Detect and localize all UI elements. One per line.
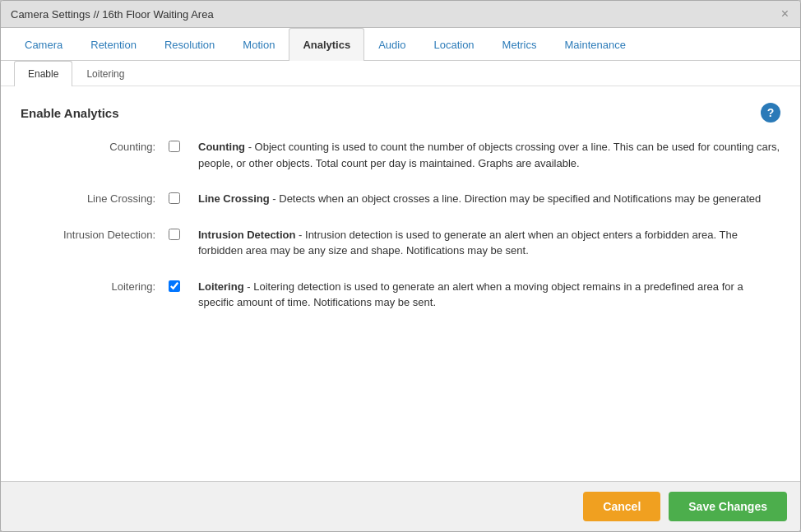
- line-crossing-checkbox-wrapper: [169, 191, 188, 206]
- tab-audio[interactable]: Audio: [364, 28, 419, 61]
- section-title: Enable Analytics: [21, 106, 119, 120]
- dialog-title: Camera Settings // 16th Floor Waiting Ar…: [11, 8, 214, 21]
- loitering-description: Loitering - Loitering detection is used …: [188, 279, 780, 311]
- loitering-checkbox[interactable]: [169, 280, 180, 292]
- counting-checkbox[interactable]: [169, 141, 180, 152]
- line-crossing-description-text: - Detects when an object crosses a line.…: [272, 192, 761, 205]
- tab-motion[interactable]: Motion: [229, 28, 289, 61]
- tab-metrics[interactable]: Metrics: [488, 28, 551, 61]
- tab-location[interactable]: Location: [419, 28, 488, 61]
- counting-checkbox-wrapper: [169, 139, 188, 155]
- line-crossing-checkbox[interactable]: [169, 192, 180, 204]
- tab-maintenance[interactable]: Maintenance: [550, 28, 639, 61]
- counting-description-bold: Counting: [198, 141, 245, 153]
- dialog-footer: Cancel Save Changes: [1, 481, 800, 531]
- tab-camera[interactable]: Camera: [11, 28, 76, 61]
- analytics-row-counting: Counting: Counting - Object counting is …: [21, 139, 780, 171]
- intrusion-description: Intrusion Detection - Intrusion detectio…: [188, 227, 780, 259]
- tabs-bar: Camera Retention Resolution Motion Analy…: [1, 28, 800, 61]
- help-icon[interactable]: ?: [761, 103, 780, 123]
- analytics-row-loitering: Loitering: Loitering - Loitering detecti…: [21, 279, 780, 311]
- tab-retention[interactable]: Retention: [76, 28, 150, 61]
- sub-tab-loitering[interactable]: Loitering: [72, 61, 138, 86]
- line-crossing-description-bold: Line Crossing: [198, 192, 270, 205]
- content-area: Enable Loitering Enable Analytics ? Coun…: [1, 61, 800, 481]
- intrusion-checkbox[interactable]: [169, 229, 180, 240]
- intrusion-description-bold: Intrusion Detection: [198, 229, 295, 241]
- intrusion-label: Intrusion Detection:: [21, 227, 169, 241]
- cancel-button[interactable]: Cancel: [583, 492, 660, 521]
- analytics-row-line-crossing: Line Crossing: Line Crossing - Detects w…: [21, 191, 780, 207]
- loitering-description-bold: Loitering: [198, 280, 244, 293]
- sub-tab-enable[interactable]: Enable: [14, 61, 72, 86]
- line-crossing-description: Line Crossing - Detects when an object c…: [188, 191, 780, 207]
- line-crossing-label: Line Crossing:: [21, 191, 169, 205]
- loitering-description-text: - Loitering detection is used to generat…: [198, 280, 743, 309]
- analytics-row-intrusion: Intrusion Detection: Intrusion Detection…: [21, 227, 780, 259]
- counting-description: Counting - Object counting is used to co…: [188, 139, 780, 171]
- camera-settings-dialog: Camera Settings // 16th Floor Waiting Ar…: [0, 0, 801, 532]
- counting-description-text: - Object counting is used to count the n…: [198, 141, 780, 169]
- close-button[interactable]: ×: [780, 7, 790, 21]
- section-header: Enable Analytics ?: [21, 103, 780, 123]
- intrusion-checkbox-wrapper: [169, 227, 188, 243]
- tab-analytics[interactable]: Analytics: [289, 28, 364, 61]
- loitering-label: Loitering:: [21, 279, 169, 293]
- main-content: Enable Analytics ? Counting: Counting - …: [1, 86, 800, 481]
- counting-label: Counting:: [21, 139, 169, 153]
- sub-tabs: Enable Loitering: [1, 61, 800, 86]
- dialog-titlebar: Camera Settings // 16th Floor Waiting Ar…: [1, 1, 800, 28]
- loitering-checkbox-wrapper: [169, 279, 188, 294]
- save-button[interactable]: Save Changes: [669, 492, 787, 521]
- tab-resolution[interactable]: Resolution: [150, 28, 229, 61]
